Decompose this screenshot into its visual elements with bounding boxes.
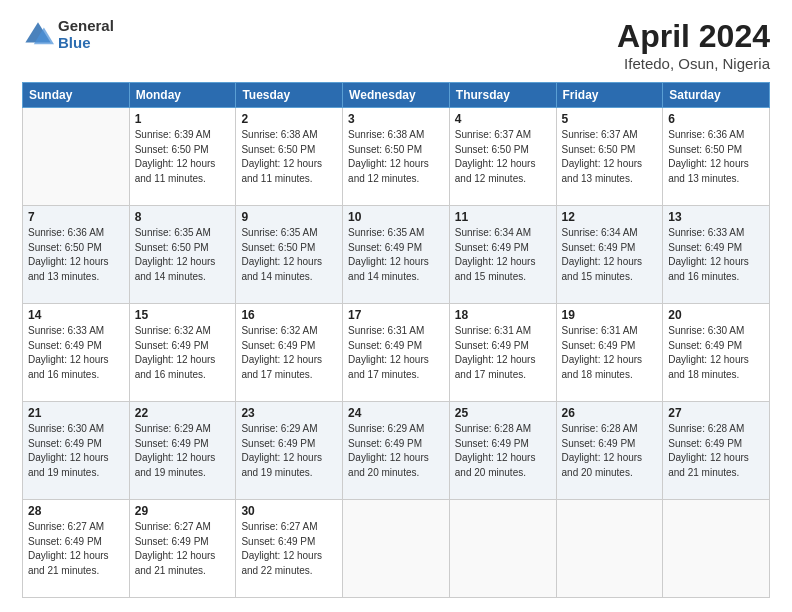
calendar-subtitle: Ifetedo, Osun, Nigeria: [617, 55, 770, 72]
day-number: 5: [562, 112, 658, 126]
day-info: Sunrise: 6:33 AMSunset: 6:49 PMDaylight:…: [28, 324, 124, 382]
day-info: Sunrise: 6:35 AMSunset: 6:49 PMDaylight:…: [348, 226, 444, 284]
header-tuesday: Tuesday: [236, 83, 343, 108]
calendar-cell: 4Sunrise: 6:37 AMSunset: 6:50 PMDaylight…: [449, 108, 556, 206]
day-info: Sunrise: 6:38 AMSunset: 6:50 PMDaylight:…: [241, 128, 337, 186]
day-number: 4: [455, 112, 551, 126]
day-number: 13: [668, 210, 764, 224]
day-number: 15: [135, 308, 231, 322]
calendar-cell: 11Sunrise: 6:34 AMSunset: 6:49 PMDayligh…: [449, 206, 556, 304]
day-info: Sunrise: 6:28 AMSunset: 6:49 PMDaylight:…: [668, 422, 764, 480]
calendar-week-row: 21Sunrise: 6:30 AMSunset: 6:49 PMDayligh…: [23, 402, 770, 500]
day-number: 26: [562, 406, 658, 420]
calendar-cell: 29Sunrise: 6:27 AMSunset: 6:49 PMDayligh…: [129, 500, 236, 598]
calendar-cell: 28Sunrise: 6:27 AMSunset: 6:49 PMDayligh…: [23, 500, 130, 598]
day-number: 25: [455, 406, 551, 420]
day-number: 17: [348, 308, 444, 322]
calendar-cell: 14Sunrise: 6:33 AMSunset: 6:49 PMDayligh…: [23, 304, 130, 402]
header-friday: Friday: [556, 83, 663, 108]
calendar-cell: 5Sunrise: 6:37 AMSunset: 6:50 PMDaylight…: [556, 108, 663, 206]
calendar-cell: 26Sunrise: 6:28 AMSunset: 6:49 PMDayligh…: [556, 402, 663, 500]
calendar-cell: 6Sunrise: 6:36 AMSunset: 6:50 PMDaylight…: [663, 108, 770, 206]
calendar-cell: 10Sunrise: 6:35 AMSunset: 6:49 PMDayligh…: [343, 206, 450, 304]
day-info: Sunrise: 6:27 AMSunset: 6:49 PMDaylight:…: [135, 520, 231, 578]
day-number: 30: [241, 504, 337, 518]
day-info: Sunrise: 6:37 AMSunset: 6:50 PMDaylight:…: [562, 128, 658, 186]
logo-general-text: General: [58, 18, 114, 35]
calendar-cell: 3Sunrise: 6:38 AMSunset: 6:50 PMDaylight…: [343, 108, 450, 206]
day-info: Sunrise: 6:28 AMSunset: 6:49 PMDaylight:…: [562, 422, 658, 480]
day-info: Sunrise: 6:35 AMSunset: 6:50 PMDaylight:…: [241, 226, 337, 284]
header-thursday: Thursday: [449, 83, 556, 108]
calendar-cell: [449, 500, 556, 598]
calendar-cell: 1Sunrise: 6:39 AMSunset: 6:50 PMDaylight…: [129, 108, 236, 206]
day-number: 28: [28, 504, 124, 518]
day-info: Sunrise: 6:31 AMSunset: 6:49 PMDaylight:…: [348, 324, 444, 382]
calendar-cell: 9Sunrise: 6:35 AMSunset: 6:50 PMDaylight…: [236, 206, 343, 304]
calendar-cell: 27Sunrise: 6:28 AMSunset: 6:49 PMDayligh…: [663, 402, 770, 500]
day-info: Sunrise: 6:29 AMSunset: 6:49 PMDaylight:…: [135, 422, 231, 480]
day-info: Sunrise: 6:31 AMSunset: 6:49 PMDaylight:…: [455, 324, 551, 382]
day-info: Sunrise: 6:32 AMSunset: 6:49 PMDaylight:…: [135, 324, 231, 382]
calendar-cell: 8Sunrise: 6:35 AMSunset: 6:50 PMDaylight…: [129, 206, 236, 304]
header-saturday: Saturday: [663, 83, 770, 108]
day-number: 3: [348, 112, 444, 126]
day-info: Sunrise: 6:34 AMSunset: 6:49 PMDaylight:…: [455, 226, 551, 284]
header-sunday: Sunday: [23, 83, 130, 108]
calendar-week-row: 1Sunrise: 6:39 AMSunset: 6:50 PMDaylight…: [23, 108, 770, 206]
day-number: 7: [28, 210, 124, 224]
calendar-cell: 12Sunrise: 6:34 AMSunset: 6:49 PMDayligh…: [556, 206, 663, 304]
calendar-title: April 2024: [617, 18, 770, 55]
calendar-week-row: 7Sunrise: 6:36 AMSunset: 6:50 PMDaylight…: [23, 206, 770, 304]
header-wednesday: Wednesday: [343, 83, 450, 108]
calendar-cell: 23Sunrise: 6:29 AMSunset: 6:49 PMDayligh…: [236, 402, 343, 500]
calendar-cell: [343, 500, 450, 598]
page: General Blue April 2024 Ifetedo, Osun, N…: [0, 0, 792, 612]
day-number: 9: [241, 210, 337, 224]
day-info: Sunrise: 6:32 AMSunset: 6:49 PMDaylight:…: [241, 324, 337, 382]
calendar-cell: 22Sunrise: 6:29 AMSunset: 6:49 PMDayligh…: [129, 402, 236, 500]
day-info: Sunrise: 6:29 AMSunset: 6:49 PMDaylight:…: [241, 422, 337, 480]
calendar-cell: 15Sunrise: 6:32 AMSunset: 6:49 PMDayligh…: [129, 304, 236, 402]
logo-text: General Blue: [58, 18, 114, 51]
logo-blue-text: Blue: [58, 35, 114, 52]
day-number: 16: [241, 308, 337, 322]
day-info: Sunrise: 6:35 AMSunset: 6:50 PMDaylight:…: [135, 226, 231, 284]
calendar-cell: 30Sunrise: 6:27 AMSunset: 6:49 PMDayligh…: [236, 500, 343, 598]
calendar-cell: 24Sunrise: 6:29 AMSunset: 6:49 PMDayligh…: [343, 402, 450, 500]
header-monday: Monday: [129, 83, 236, 108]
day-number: 14: [28, 308, 124, 322]
day-number: 8: [135, 210, 231, 224]
calendar-cell: 16Sunrise: 6:32 AMSunset: 6:49 PMDayligh…: [236, 304, 343, 402]
day-number: 21: [28, 406, 124, 420]
day-number: 23: [241, 406, 337, 420]
day-info: Sunrise: 6:30 AMSunset: 6:49 PMDaylight:…: [28, 422, 124, 480]
day-info: Sunrise: 6:38 AMSunset: 6:50 PMDaylight:…: [348, 128, 444, 186]
calendar-cell: 2Sunrise: 6:38 AMSunset: 6:50 PMDaylight…: [236, 108, 343, 206]
calendar-week-row: 14Sunrise: 6:33 AMSunset: 6:49 PMDayligh…: [23, 304, 770, 402]
day-number: 6: [668, 112, 764, 126]
day-number: 2: [241, 112, 337, 126]
day-info: Sunrise: 6:28 AMSunset: 6:49 PMDaylight:…: [455, 422, 551, 480]
calendar-cell: 13Sunrise: 6:33 AMSunset: 6:49 PMDayligh…: [663, 206, 770, 304]
calendar-cell: 17Sunrise: 6:31 AMSunset: 6:49 PMDayligh…: [343, 304, 450, 402]
day-info: Sunrise: 6:36 AMSunset: 6:50 PMDaylight:…: [28, 226, 124, 284]
day-info: Sunrise: 6:33 AMSunset: 6:49 PMDaylight:…: [668, 226, 764, 284]
day-info: Sunrise: 6:36 AMSunset: 6:50 PMDaylight:…: [668, 128, 764, 186]
calendar-header-row: Sunday Monday Tuesday Wednesday Thursday…: [23, 83, 770, 108]
day-info: Sunrise: 6:39 AMSunset: 6:50 PMDaylight:…: [135, 128, 231, 186]
day-info: Sunrise: 6:31 AMSunset: 6:49 PMDaylight:…: [562, 324, 658, 382]
day-number: 24: [348, 406, 444, 420]
calendar-cell: [556, 500, 663, 598]
calendar-cell: 7Sunrise: 6:36 AMSunset: 6:50 PMDaylight…: [23, 206, 130, 304]
calendar-cell: 18Sunrise: 6:31 AMSunset: 6:49 PMDayligh…: [449, 304, 556, 402]
day-number: 11: [455, 210, 551, 224]
calendar-cell: [23, 108, 130, 206]
logo-icon: [22, 19, 54, 51]
day-number: 1: [135, 112, 231, 126]
day-number: 22: [135, 406, 231, 420]
day-number: 27: [668, 406, 764, 420]
calendar-cell: 20Sunrise: 6:30 AMSunset: 6:49 PMDayligh…: [663, 304, 770, 402]
day-info: Sunrise: 6:29 AMSunset: 6:49 PMDaylight:…: [348, 422, 444, 480]
calendar-week-row: 28Sunrise: 6:27 AMSunset: 6:49 PMDayligh…: [23, 500, 770, 598]
